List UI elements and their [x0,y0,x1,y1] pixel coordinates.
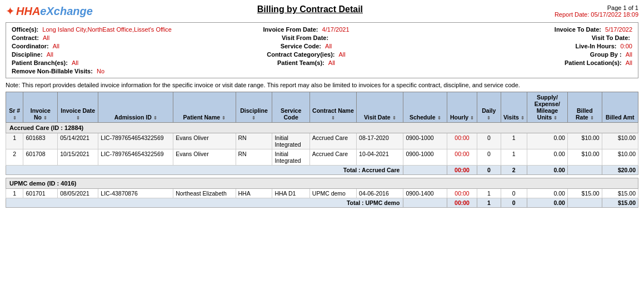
patient-branch-value: All [72,59,78,66]
cell-patient-name: Evans Oliver [173,149,236,166]
invoice-to-value: 5/17/2022 [605,26,632,33]
group-by-value: All [626,51,632,58]
page-number: Page 1 of 1 [527,4,638,11]
cell-visits: 1 [501,149,527,166]
group-header-accrued: Accrued Care (ID : 12884) [6,123,638,133]
discipline-value: All [47,51,53,58]
logo-icon: ✦ [6,4,15,18]
cell-service-code: HHA D1 [272,189,309,198]
cell-admission-id: LIC-7897654654322569 [98,133,173,149]
filter-box: Office(s): Long Island City,NorthEast Of… [6,22,638,78]
cell-schedule: 0900-1400 [403,189,447,198]
cell-supply: 0.00 [527,189,567,198]
total-row-upmc: Total : UPMC demo 00:00 1 0 0.00 $15.00 [6,198,638,208]
table-row: 1 601683 05/14/2021 LIC-7897654654322569… [6,133,638,149]
cell-sr: 1 [6,133,23,149]
cell-service-code: Initial Integrated [272,149,309,166]
col-sr: Sr # ⇕ [6,92,23,123]
cell-hourly: 00:00 [447,149,477,166]
cell-hourly: 00:00 [447,133,477,149]
report-date: Report Date: 05/17/2022 18:09 [527,11,638,18]
offices-value: Long Island City,NorthEast Office,Lisset… [42,26,172,33]
coordinator-value: All [53,43,59,49]
col-invoice-date[interactable]: Invoice Date ⇕ [58,92,98,123]
cell-hourly: 00:00 [447,189,477,198]
cell-sr: 2 [6,149,23,166]
live-in-value: 0:00 [621,43,632,49]
cell-discipline: RN [236,149,272,166]
col-visits[interactable]: Visits ⇕ [501,92,527,123]
cell-contract-name: Accrued Care [309,149,356,166]
cell-patient-name: Evans Oliver [173,133,236,149]
cell-invoice-no: 601701 [23,189,58,198]
cell-visit-date: 04-06-2016 [357,189,403,198]
col-billed-amt[interactable]: Billed Amt [602,92,638,123]
cell-daily: 1 [477,189,501,198]
group-header-upmc: UPMC demo (ID : 4016) [6,178,638,189]
visit-to-label: Visit To Date: [592,34,630,41]
discipline-label: Discipline: [12,51,43,58]
col-contract-name[interactable]: Contract Name ⇕ [309,92,356,123]
table-row: 1 601701 08/05/2021 LIC-43870876 Northea… [6,189,638,198]
cell-supply: 0.00 [527,149,567,166]
col-schedule[interactable]: Schedule ⇕ [403,92,447,123]
table-row: 2 601708 10/15/2021 LIC-7897654654322569… [6,149,638,166]
cell-visits: 1 [501,133,527,149]
service-code-label: Service Code: [281,43,321,49]
col-visit-date[interactable]: Visit Date ⇕ [357,92,403,123]
cell-billed-amt: $15.00 [602,189,638,198]
cell-invoice-date: 05/14/2021 [58,133,98,149]
cell-patient-name: Northeast Elizabeth [173,189,236,198]
cell-visit-date: 08-17-2020 [357,133,403,149]
logo-exchange: eXchange [40,5,92,18]
page-title: Billing by Contract Detail [93,4,527,14]
col-service-code[interactable]: Service Code [272,92,309,123]
cell-discipline: HHA [236,189,272,198]
col-patient-name[interactable]: Patient Name ⇕ [173,92,236,123]
cell-billed-amt: $10.00 [602,149,638,166]
cell-schedule: 0900-1000 [403,133,447,149]
cell-discipline: RN [236,133,272,149]
col-billed-rate[interactable]: Billed Rate ⇕ [567,92,602,123]
contract-category-label: Contract Category(ies): [267,51,335,58]
cell-billed-rate: $10.00 [567,149,602,166]
contract-category-value: All [339,51,346,58]
cell-visit-date: 10-04-2021 [357,149,403,166]
col-hourly[interactable]: Hourly ⇕ [447,92,477,123]
patient-team-value: All [328,59,335,66]
cell-contract-name: UPMC demo [309,189,356,198]
offices-label: Office(s): [12,26,38,33]
cell-billed-rate: $10.00 [567,133,602,149]
patient-location-label: Patient Location(s): [565,59,622,66]
total-row-accrued: Total : Accrued Care 00:00 0 2 0.00 $20.… [6,166,638,175]
col-invoice-no[interactable]: Invoice No ⇕ [23,92,58,123]
cell-schedule: 0900-1000 [403,149,447,166]
page-info: Page 1 of 1 Report Date: 05/17/2022 18:0… [527,4,638,18]
cell-supply: 0.00 [527,133,567,149]
service-code-value: All [325,43,332,49]
invoice-from-value: 4/17/2021 [322,26,350,33]
cell-daily: 0 [477,149,501,166]
cell-invoice-date: 10/15/2021 [58,149,98,166]
live-in-label: Live-In Hours: [576,43,617,49]
logo-hha: HHA [16,5,40,18]
group-by-label: Group By : [590,51,622,58]
col-supply[interactable]: Supply/ Expense/ Mileage Units ⇕ [527,92,567,123]
contract-label: Contract: [12,34,39,41]
cell-billed-amt: $10.00 [602,133,638,149]
remove-nonbillable-label: Remove Non-Billable Visits: [12,68,93,74]
cell-invoice-no: 601683 [23,133,58,149]
invoice-to-label: Invoice To Date: [555,26,601,33]
col-discipline[interactable]: Discipline ⇕ [236,92,272,123]
cell-invoice-date: 08/05/2021 [58,189,98,198]
col-daily[interactable]: Daily ⇕ [477,92,501,123]
cell-service-code: Initial Integrated [272,133,309,149]
remove-nonbillable-value: No [97,68,104,74]
patient-team-label: Patient Team(s): [277,59,325,66]
cell-contract-name: Accrued Care [309,133,356,149]
billing-table: Sr # ⇕ Invoice No ⇕ Invoice Date ⇕ Admis… [6,92,638,208]
visit-from-label: Visit From Date: [282,34,328,41]
patient-location-value: All [626,59,632,66]
cell-visits: 0 [501,189,527,198]
col-admission-id[interactable]: Admission ID ⇕ [98,92,173,123]
